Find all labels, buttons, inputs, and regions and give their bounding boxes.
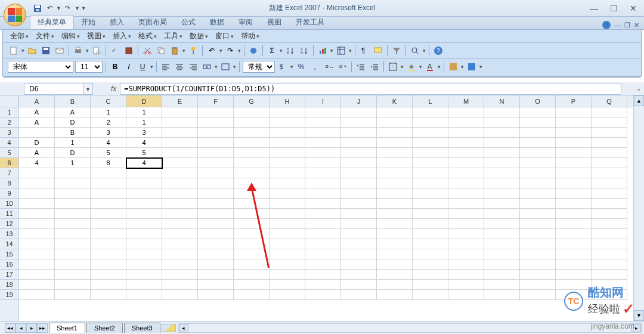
cell[interactable] bbox=[19, 229, 55, 239]
cell[interactable] bbox=[484, 290, 520, 300]
cell[interactable]: A bbox=[55, 107, 91, 117]
row-header[interactable]: 11 bbox=[0, 209, 18, 219]
doc-restore-button[interactable]: ❐ bbox=[624, 21, 630, 29]
cell[interactable] bbox=[341, 229, 377, 239]
cell[interactable] bbox=[556, 219, 592, 229]
name-box-dropdown[interactable]: ▼ bbox=[83, 83, 93, 95]
cell[interactable] bbox=[55, 199, 91, 209]
row-header[interactable]: 12 bbox=[0, 219, 18, 229]
column-header[interactable]: B bbox=[55, 95, 91, 107]
spell-check-button[interactable]: ✓ bbox=[109, 45, 121, 57]
cell-styles-button[interactable] bbox=[466, 61, 478, 73]
cell[interactable] bbox=[341, 249, 377, 259]
cell[interactable] bbox=[19, 239, 55, 249]
cell[interactable]: 5 bbox=[126, 148, 162, 158]
cell[interactable] bbox=[126, 290, 162, 300]
cell[interactable] bbox=[55, 280, 91, 290]
cell[interactable] bbox=[592, 249, 627, 259]
cell[interactable] bbox=[162, 178, 198, 188]
cell[interactable]: 5 bbox=[91, 148, 126, 158]
ribbon-tab-formulas[interactable]: 公式 bbox=[174, 16, 203, 29]
cell[interactable] bbox=[270, 209, 305, 219]
help-button[interactable]: ? bbox=[432, 45, 444, 57]
cell[interactable] bbox=[484, 229, 520, 239]
cell[interactable] bbox=[484, 128, 520, 138]
cell[interactable] bbox=[484, 280, 520, 290]
cell[interactable] bbox=[520, 270, 556, 280]
cell[interactable] bbox=[484, 168, 520, 178]
qat-undo-button[interactable]: ↶ bbox=[44, 3, 55, 14]
cell[interactable] bbox=[234, 199, 270, 209]
cell[interactable] bbox=[448, 259, 484, 270]
tab-nav-first[interactable]: ◂◂ bbox=[5, 323, 16, 333]
formula-bar[interactable]: =SUMPRODUCT(1/COUNTIF(D1:D5,D1:D5)) bbox=[120, 83, 621, 95]
cell[interactable] bbox=[270, 249, 305, 259]
cell[interactable] bbox=[341, 280, 377, 290]
chart-button[interactable] bbox=[317, 45, 329, 57]
cell[interactable] bbox=[162, 249, 198, 259]
row-header[interactable]: 10 bbox=[0, 199, 18, 209]
cell[interactable] bbox=[234, 209, 270, 219]
cell[interactable] bbox=[126, 239, 162, 249]
cell[interactable] bbox=[448, 188, 484, 199]
cell[interactable] bbox=[341, 128, 377, 138]
cell[interactable]: A bbox=[19, 117, 55, 128]
column-header[interactable]: Q bbox=[592, 95, 627, 107]
cell[interactable] bbox=[341, 107, 377, 117]
pivot-button[interactable] bbox=[335, 45, 347, 57]
cell[interactable] bbox=[198, 168, 234, 178]
cell[interactable] bbox=[592, 168, 627, 178]
autosum-button[interactable]: Σ bbox=[266, 45, 278, 57]
chevron-down-icon[interactable]: ▾ bbox=[438, 64, 441, 70]
borders-button[interactable] bbox=[387, 61, 399, 73]
cell[interactable] bbox=[270, 219, 305, 229]
cell[interactable] bbox=[19, 168, 55, 178]
cell[interactable] bbox=[556, 158, 592, 168]
chevron-down-icon[interactable]: ▾ bbox=[349, 48, 352, 54]
cell[interactable] bbox=[234, 188, 270, 199]
cell[interactable] bbox=[234, 270, 270, 280]
cell[interactable] bbox=[592, 107, 627, 117]
cell[interactable] bbox=[484, 148, 520, 158]
cell[interactable] bbox=[592, 270, 627, 280]
decrease-indent-button[interactable] bbox=[355, 61, 367, 73]
cell[interactable] bbox=[234, 158, 270, 168]
cell[interactable] bbox=[305, 290, 341, 300]
chevron-down-icon[interactable]: ▾ bbox=[280, 48, 283, 54]
cell[interactable] bbox=[341, 148, 377, 158]
cell[interactable] bbox=[198, 199, 234, 209]
cell[interactable] bbox=[520, 280, 556, 290]
cell[interactable] bbox=[377, 229, 413, 239]
cell[interactable] bbox=[55, 188, 91, 199]
cell[interactable] bbox=[341, 117, 377, 128]
cell[interactable] bbox=[305, 138, 341, 148]
column-header[interactable]: G bbox=[234, 95, 270, 107]
cell[interactable] bbox=[377, 128, 413, 138]
cell[interactable] bbox=[413, 168, 448, 178]
ribbon-tab-classic[interactable]: 经典菜单 bbox=[30, 15, 74, 29]
cell[interactable] bbox=[520, 178, 556, 188]
cell[interactable] bbox=[305, 270, 341, 280]
cell[interactable] bbox=[270, 168, 305, 178]
row-header[interactable]: 5 bbox=[0, 148, 18, 158]
cell[interactable] bbox=[126, 178, 162, 188]
cell[interactable] bbox=[162, 199, 198, 209]
cell[interactable] bbox=[126, 199, 162, 209]
cell[interactable] bbox=[162, 259, 198, 270]
cell[interactable] bbox=[484, 117, 520, 128]
cell[interactable] bbox=[341, 178, 377, 188]
cell[interactable]: 8 bbox=[91, 158, 126, 168]
row-header[interactable]: 1 bbox=[0, 107, 18, 117]
chevron-down-icon[interactable]: ▼ bbox=[56, 5, 61, 11]
cell[interactable] bbox=[520, 239, 556, 249]
cell[interactable]: A bbox=[19, 148, 55, 158]
insert-sheet-button[interactable] bbox=[162, 324, 176, 332]
cell[interactable] bbox=[162, 270, 198, 280]
menu-help[interactable]: 帮助▾ bbox=[239, 30, 262, 42]
row-header[interactable]: 17 bbox=[0, 270, 18, 280]
cell[interactable] bbox=[270, 188, 305, 199]
cell[interactable] bbox=[520, 128, 556, 138]
fill-color-button[interactable] bbox=[405, 61, 417, 73]
cell[interactable] bbox=[198, 229, 234, 239]
chevron-down-icon[interactable]: ▾ bbox=[290, 64, 293, 70]
